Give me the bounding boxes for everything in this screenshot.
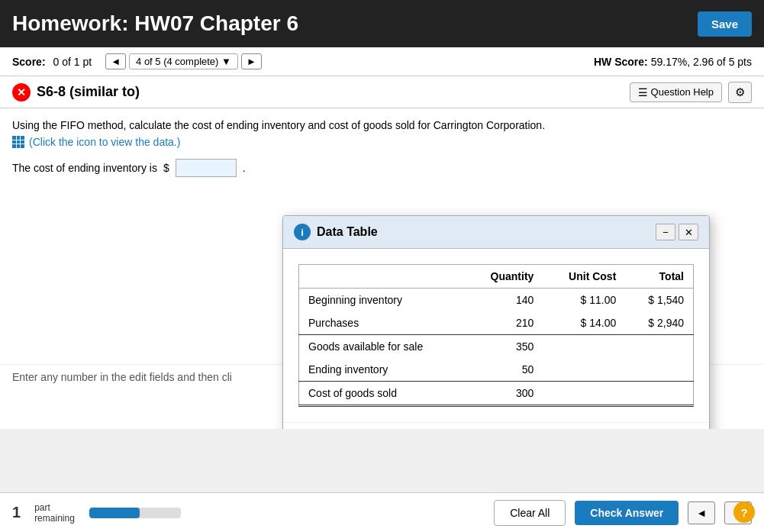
footer-bar: 1 part remaining Clear All Check Answer … [0,492,764,532]
gear-icon: ⚙ [735,85,745,98]
part-info: part remaining [34,502,80,524]
row-label: Cost of goods sold [299,382,466,406]
row-quantity: 50 [466,358,543,382]
nav-dropdown-arrow: ▼ [221,56,231,67]
question-help-button[interactable]: ☰ Question Help [630,82,722,102]
remaining-label: remaining [34,513,80,524]
row-label: Ending inventory [299,358,466,382]
modal-title: Data Table [317,225,378,239]
table-row: Purchases210$ 14.00$ 2,940 [299,311,694,335]
col-header-quantity: Quantity [466,265,543,289]
footer-nav-prev-button[interactable]: ◄ [688,501,715,524]
row-quantity: 350 [466,335,543,359]
score-value: 0 of 1 pt [53,56,92,68]
nav-status-text: 4 of 5 (4 complete) [136,56,218,67]
modal-close-button[interactable]: ✕ [679,224,698,240]
progress-bar-fill [89,508,140,518]
header: Homework: HW07 Chapter 6 Save [0,0,764,47]
row-label: Beginning inventory [299,289,466,312]
data-table-modal: i Data Table − ✕ Quantity Unit Cost Tot [282,215,710,429]
row-unit-cost [543,335,625,359]
question-id-label: S6-8 (similar to) [37,84,140,100]
row-total: $ 1,540 [625,289,693,312]
row-unit-cost: $ 14.00 [543,311,625,335]
nav-status-dropdown[interactable]: 4 of 5 (4 complete) ▼ [129,53,238,69]
check-answer-button[interactable]: Check Answer [575,501,679,525]
table-row: Cost of goods sold300 [299,382,694,406]
table-row: Ending inventory50 [299,358,694,382]
col-header-total: Total [625,265,693,289]
col-header-label [299,265,466,289]
table-row: Beginning inventory140$ 11.00$ 1,540 [299,289,694,312]
row-label: Goods available for sale [299,335,466,359]
row-quantity: 140 [466,289,543,312]
col-header-unit-cost: Unit Cost [543,265,625,289]
row-total [625,358,693,382]
question-tools: ☰ Question Help ⚙ [630,82,752,103]
modal-header-left: i Data Table [294,224,378,240]
modal-minimize-button[interactable]: − [656,224,675,240]
clear-all-button[interactable]: Clear All [494,500,566,526]
list-icon: ☰ [638,86,648,98]
help-button[interactable]: ? [733,501,755,523]
hw-score-value: 59.17%, 2.96 of 5 pts [651,56,752,68]
modal-header: i Data Table − ✕ [283,216,709,249]
row-total: $ 2,940 [625,311,693,335]
modal-overlay: i Data Table − ✕ Quantity Unit Cost Tot [0,108,764,429]
page-title: Homework: HW07 Chapter 6 [12,11,298,36]
settings-button[interactable]: ⚙ [728,82,752,103]
save-button[interactable]: Save [698,11,752,37]
part-label: part [34,502,80,513]
nav-center: ◄ 4 of 5 (4 complete) ▼ ► [105,53,262,69]
row-unit-cost [543,382,625,406]
modal-controls: − ✕ [656,224,698,240]
row-total [625,335,693,359]
row-unit-cost: $ 11.00 [543,289,625,312]
row-label: Purchases [299,311,466,335]
hw-score-label: HW Score: [594,56,648,68]
row-total [625,382,693,406]
modal-body: Quantity Unit Cost Total Beginning inven… [283,249,709,422]
question-header: ✕ S6-8 (similar to) ☰ Question Help ⚙ [0,76,764,108]
question-id-container: ✕ S6-8 (similar to) [12,83,140,102]
modal-footer: Print Done [283,422,709,429]
main-content: Using the FIFO method, calculate the cos… [0,108,764,429]
incorrect-icon: ✕ [12,83,31,102]
question-help-label: Question Help [651,86,714,98]
hw-score: HW Score: 59.17%, 2.96 of 5 pts [594,56,752,68]
table-row: Goods available for sale350 [299,335,694,359]
nav-next-button[interactable]: ► [241,53,262,69]
nav-prev-button[interactable]: ◄ [105,53,126,69]
data-table: Quantity Unit Cost Total Beginning inven… [298,264,694,407]
score-bar: Score: 0 of 1 pt ◄ 4 of 5 (4 complete) ▼… [0,47,764,76]
score-label: Score: [12,56,46,68]
row-unit-cost [543,358,625,382]
part-number: 1 [12,504,21,521]
progress-bar [89,508,181,518]
info-icon: i [294,224,311,240]
row-quantity: 210 [466,311,543,335]
row-quantity: 300 [466,382,543,406]
